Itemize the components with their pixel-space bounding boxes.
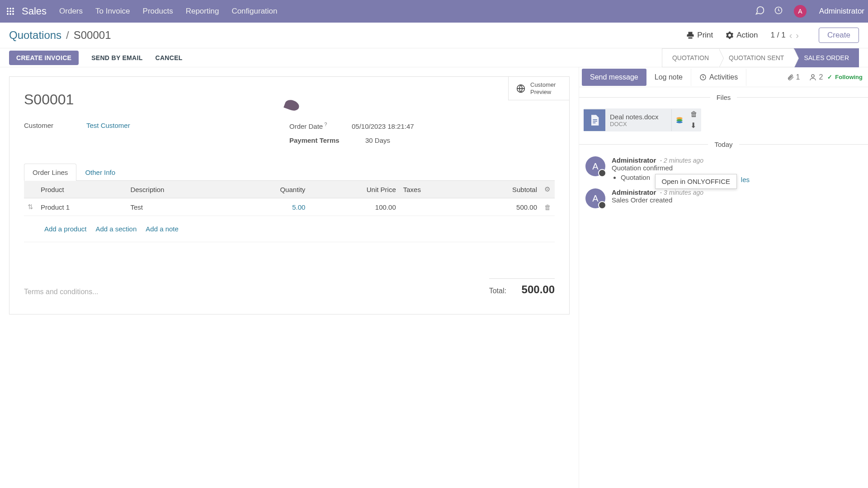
total-label: Total: bbox=[489, 287, 506, 295]
menu-configuration[interactable]: Configuration bbox=[231, 7, 277, 16]
send-message-button[interactable]: Send message bbox=[582, 69, 646, 86]
attachments-badge[interactable]: 1 bbox=[787, 73, 800, 81]
add-note-link[interactable]: Add a note bbox=[146, 225, 179, 233]
create-button[interactable]: Create bbox=[819, 28, 859, 43]
menu-to-invoice[interactable]: To Invoice bbox=[95, 7, 130, 16]
menu-reporting[interactable]: Reporting bbox=[186, 7, 219, 16]
print-button[interactable]: Print bbox=[686, 31, 713, 40]
user-avatar[interactable]: A bbox=[794, 5, 807, 18]
drag-handle-icon[interactable]: ⇅ bbox=[24, 198, 37, 216]
pager-prev-icon[interactable]: ‹ bbox=[789, 30, 793, 41]
cell-description[interactable]: Test bbox=[127, 198, 228, 216]
col-unit-price: Unit Price bbox=[309, 181, 399, 198]
apps-menu-icon[interactable] bbox=[4, 5, 17, 18]
clock-icon bbox=[699, 74, 707, 81]
customer-preview-button[interactable]: Customer Preview bbox=[508, 77, 569, 100]
cancel-button[interactable]: CANCEL bbox=[156, 54, 183, 61]
attachment-name: Deal notes.docx bbox=[610, 113, 659, 121]
col-product: Product bbox=[37, 181, 127, 198]
following-button[interactable]: ✓ Following bbox=[827, 74, 863, 80]
pager-value[interactable]: 1 / 1 bbox=[771, 31, 786, 40]
clock-icon[interactable] bbox=[774, 6, 783, 17]
stage-quotation[interactable]: QUOTATION bbox=[662, 48, 719, 67]
globe-icon bbox=[516, 84, 526, 94]
col-subtotal: Subtotal bbox=[461, 181, 541, 198]
stage-bar: QUOTATION QUOTATION SENT SALES ORDER bbox=[662, 48, 859, 67]
totals: Total: 500.00 bbox=[489, 278, 555, 296]
message-time: - 2 minutes ago bbox=[660, 157, 704, 164]
messages-icon[interactable] bbox=[755, 5, 765, 18]
add-section-link[interactable]: Add a section bbox=[95, 225, 137, 233]
delete-line-icon[interactable]: 🗑 bbox=[541, 198, 555, 216]
menu-products[interactable]: Products bbox=[143, 7, 173, 16]
message-text: Quotation confirmed bbox=[612, 164, 862, 172]
cell-quantity[interactable]: 5.00 bbox=[229, 198, 309, 216]
log-note-button[interactable]: Log note bbox=[646, 69, 691, 86]
check-icon: ✓ bbox=[827, 74, 832, 80]
cell-product[interactable]: Product 1 bbox=[37, 198, 127, 216]
cell-subtotal: 500.00 bbox=[461, 198, 541, 216]
chatter-header: Send message Log note Activities 1 2 ✓ F… bbox=[579, 67, 868, 87]
svg-point-3 bbox=[811, 75, 814, 77]
create-invoice-button[interactable]: CREATE INVOICE bbox=[9, 51, 79, 65]
attachment-card[interactable]: Deal notes.docx DOCX 🗑 ⬇ bbox=[584, 108, 701, 131]
columns-settings-icon[interactable]: ⚙ bbox=[544, 185, 550, 193]
payment-terms-value[interactable]: 30 Days bbox=[365, 136, 390, 144]
send-by-email-button[interactable]: SEND BY EMAIL bbox=[91, 54, 142, 61]
cell-taxes[interactable] bbox=[400, 198, 462, 216]
pager: 1 / 1 ‹ › bbox=[771, 30, 799, 41]
customer-preview-label: Customer Preview bbox=[530, 81, 562, 95]
activities-button[interactable]: Activities bbox=[691, 69, 746, 86]
col-quantity: Quantity bbox=[229, 181, 309, 198]
files-separator: Files bbox=[579, 94, 868, 101]
open-onlyoffice-button[interactable] bbox=[671, 109, 687, 131]
stage-quotation-sent[interactable]: QUOTATION SENT bbox=[719, 48, 794, 67]
message-avatar[interactable]: A bbox=[585, 156, 605, 176]
breadcrumb-root[interactable]: Quotations bbox=[9, 29, 61, 42]
pager-next-icon[interactable]: › bbox=[796, 30, 799, 41]
delete-attachment-icon[interactable]: 🗑 bbox=[690, 110, 698, 118]
menu-orders[interactable]: Orders bbox=[59, 7, 83, 16]
change-from: Quotation bbox=[621, 174, 650, 181]
table-row[interactable]: ⇅ Product 1 Test 5.00 100.00 500.00 🗑 bbox=[24, 198, 555, 216]
payment-terms-label: Payment Terms bbox=[289, 136, 357, 144]
add-product-link[interactable]: Add a product bbox=[44, 225, 86, 233]
followers-icon bbox=[809, 73, 817, 81]
form-sheet: Customer Preview S00001 Customer Test Cu… bbox=[9, 76, 570, 314]
action-button[interactable]: Action bbox=[726, 31, 758, 40]
col-description: Description bbox=[127, 181, 228, 198]
col-taxes: Taxes bbox=[400, 181, 462, 198]
tab-order-lines[interactable]: Order Lines bbox=[24, 164, 76, 181]
download-attachment-icon[interactable]: ⬇ bbox=[690, 121, 698, 130]
help-icon[interactable]: ? bbox=[323, 122, 327, 127]
form-tabs: Order Lines Other Info bbox=[24, 163, 555, 181]
terms-input[interactable]: Terms and conditions... bbox=[24, 288, 471, 296]
breadcrumb-current: S00001 bbox=[74, 29, 111, 42]
add-files-link[interactable]: les bbox=[741, 176, 750, 183]
onlyoffice-tooltip: Open in ONLYOFFICE bbox=[655, 174, 737, 189]
message-time: - 3 minutes ago bbox=[660, 189, 704, 196]
customer-value[interactable]: Test Customer bbox=[86, 122, 130, 129]
message-avatar[interactable]: A bbox=[585, 188, 605, 208]
order-lines-table: Product Description Quantity Unit Price … bbox=[24, 181, 555, 242]
user-name[interactable]: Administrator bbox=[819, 7, 864, 16]
tab-other-info[interactable]: Other Info bbox=[76, 164, 124, 181]
print-label: Print bbox=[697, 31, 713, 40]
chatter: Send message Log note Activities 1 2 ✓ F… bbox=[579, 67, 868, 488]
svg-point-6 bbox=[676, 121, 682, 123]
order-date-value: 05/10/2023 18:21:47 bbox=[352, 122, 414, 130]
document-icon bbox=[584, 109, 605, 131]
top-menu: Orders To Invoice Products Reporting Con… bbox=[59, 7, 277, 16]
order-date-label: Order Date ? bbox=[289, 122, 344, 130]
status-bar: CREATE INVOICE SEND BY EMAIL CANCEL QUOT… bbox=[0, 48, 868, 67]
cell-unit-price[interactable]: 100.00 bbox=[309, 198, 399, 216]
customer-label: Customer bbox=[24, 122, 78, 129]
followers-badge[interactable]: 2 bbox=[809, 73, 823, 81]
message-author[interactable]: Administrator bbox=[612, 188, 656, 196]
message-author[interactable]: Administrator bbox=[612, 156, 656, 164]
message-text: Sales Order created bbox=[612, 196, 862, 204]
stage-sales-order[interactable]: SALES ORDER bbox=[794, 48, 859, 67]
message-item: A Administrator - 3 minutes ago Sales Or… bbox=[579, 185, 868, 212]
app-brand[interactable]: Sales bbox=[22, 5, 47, 17]
breadcrumb: Quotations / S00001 bbox=[9, 29, 111, 42]
